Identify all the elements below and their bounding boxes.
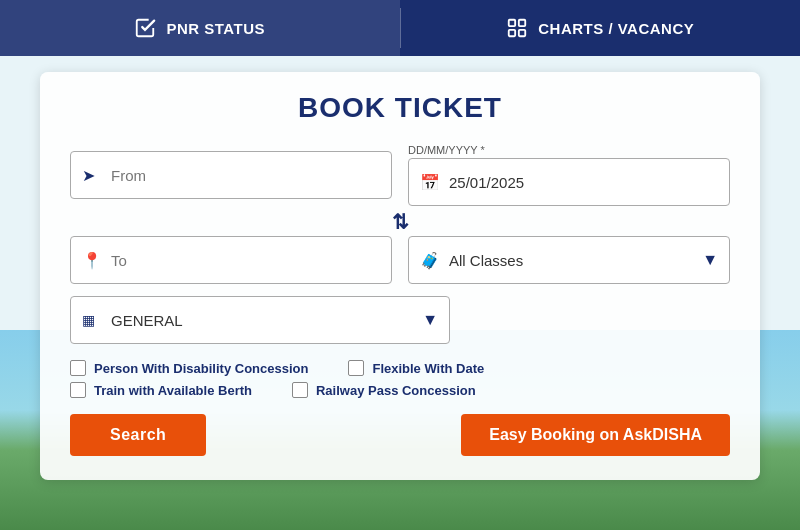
from-icon: ➤ [82, 166, 95, 185]
berth-checkbox[interactable] [70, 382, 86, 398]
class-icon: 🧳 [420, 251, 440, 270]
svg-rect-0 [509, 20, 515, 26]
pwd-label: Person With Disability Concession [94, 361, 308, 376]
search-button[interactable]: Search [70, 414, 206, 456]
checkbox-row-2: Train with Available Berth Railway Pass … [70, 382, 730, 398]
charts-vacancy-button[interactable]: CHARTS / VACANCY [401, 0, 801, 56]
checkbox-row-1: Person With Disability Concession Flexib… [70, 360, 730, 376]
railway-pass-label: Railway Pass Concession [316, 383, 476, 398]
pwd-checkbox[interactable] [70, 360, 86, 376]
railway-pass-checkbox[interactable] [292, 382, 308, 398]
swap-row: ⇅ [70, 210, 730, 234]
svg-rect-3 [519, 30, 525, 36]
date-input[interactable] [408, 158, 730, 206]
charts-icon [506, 17, 528, 39]
class-select[interactable]: All Classes Sleeper (SL) AC 3 Tier (3A) … [408, 236, 730, 284]
flexible-checkbox-label[interactable]: Flexible With Date [348, 360, 484, 376]
flexible-label: Flexible With Date [372, 361, 484, 376]
from-date-row: ➤ DD/MM/YYYY * 📅 [70, 144, 730, 206]
berth-label: Train with Available Berth [94, 383, 252, 398]
from-group: ➤ [70, 151, 392, 199]
pnr-status-button[interactable]: PNR STATUS [0, 0, 400, 56]
quota-select[interactable]: GENERAL LADIES LOWER BERTH / SR. CITIZEN… [70, 296, 450, 344]
from-input[interactable] [70, 151, 392, 199]
page-title: BOOK TICKET [70, 92, 730, 124]
quota-row: ▦ GENERAL LADIES LOWER BERTH / SR. CITIZ… [70, 296, 450, 344]
svg-rect-2 [509, 30, 515, 36]
pnr-label: PNR STATUS [166, 20, 265, 37]
to-group: 📍 [70, 236, 392, 284]
pnr-icon [134, 17, 156, 39]
to-class-row: 📍 🧳 All Classes Sleeper (SL) AC 3 Tier (… [70, 236, 730, 284]
quota-wrapper: ▦ GENERAL LADIES LOWER BERTH / SR. CITIZ… [70, 296, 450, 344]
railway-pass-checkbox-label[interactable]: Railway Pass Concession [292, 382, 476, 398]
askdisha-button[interactable]: Easy Booking on AskDISHA [461, 414, 730, 456]
flexible-checkbox[interactable] [348, 360, 364, 376]
date-group: DD/MM/YYYY * 📅 [408, 144, 730, 206]
checkbox-section: Person With Disability Concession Flexib… [70, 360, 730, 398]
booking-card: BOOK TICKET ➤ DD/MM/YYYY * 📅 ⇅ 📍 🧳 All C… [40, 72, 760, 480]
quota-icon: ▦ [82, 312, 95, 328]
berth-checkbox-label[interactable]: Train with Available Berth [70, 382, 252, 398]
svg-rect-1 [519, 20, 525, 26]
to-input[interactable] [70, 236, 392, 284]
location-icon: 📍 [82, 251, 102, 270]
class-group: 🧳 All Classes Sleeper (SL) AC 3 Tier (3A… [408, 236, 730, 284]
button-row: Search Easy Booking on AskDISHA [70, 414, 730, 456]
calendar-icon: 📅 [420, 173, 440, 192]
pwd-checkbox-label[interactable]: Person With Disability Concession [70, 360, 308, 376]
top-navigation: PNR STATUS CHARTS / VACANCY [0, 0, 800, 56]
date-label: DD/MM/YYYY * [408, 144, 730, 156]
charts-label: CHARTS / VACANCY [538, 20, 694, 37]
swap-icon[interactable]: ⇅ [392, 210, 409, 234]
